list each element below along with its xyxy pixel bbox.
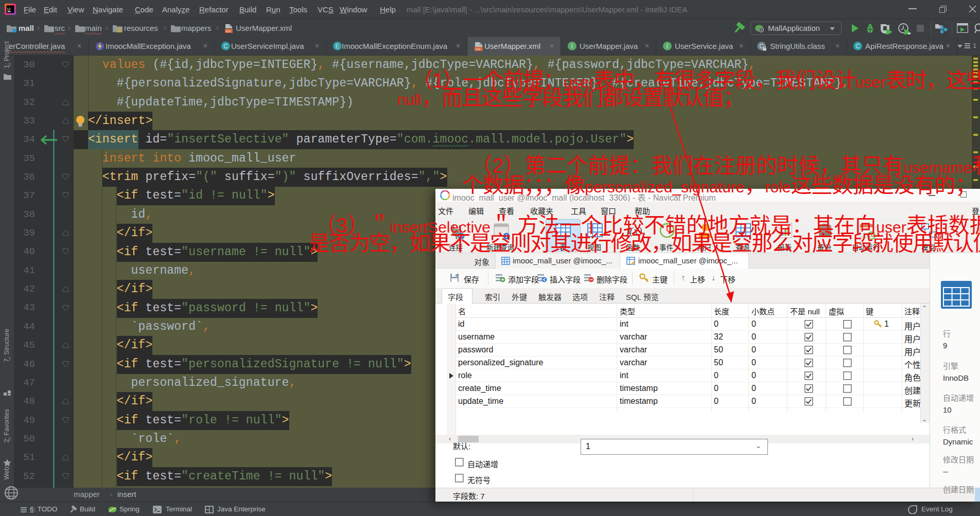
svg-text:<>: <>	[476, 47, 481, 51]
svg-text:f(x): f(x)	[626, 224, 642, 237]
svg-text:<>: <>	[226, 29, 231, 33]
svg-text:IJ: IJ	[7, 7, 10, 11]
